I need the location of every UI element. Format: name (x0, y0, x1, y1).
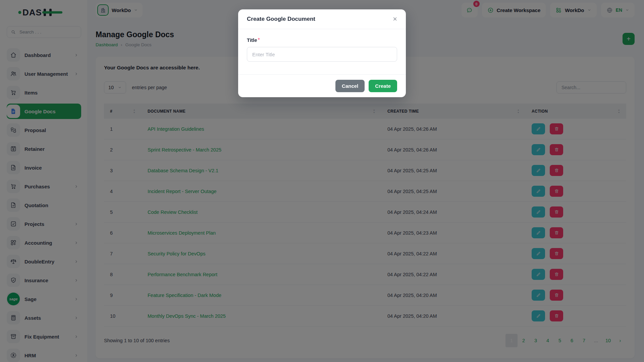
create-document-modal: Create Google Document × Title* Cancel C… (238, 9, 406, 97)
title-field-label: Title* (247, 37, 260, 43)
cancel-button[interactable]: Cancel (335, 80, 365, 92)
modal-footer: Cancel Create (238, 74, 406, 97)
modal-body: Title* (238, 29, 406, 74)
create-button[interactable]: Create (369, 80, 397, 92)
app-root: DAS Dashboard User Management (0, 0, 644, 362)
modal-title: Create Google Document (247, 16, 315, 22)
close-icon[interactable]: × (393, 15, 397, 23)
modal-header: Create Google Document × (238, 9, 406, 29)
required-asterisk: * (258, 37, 260, 43)
title-input[interactable] (247, 47, 397, 62)
